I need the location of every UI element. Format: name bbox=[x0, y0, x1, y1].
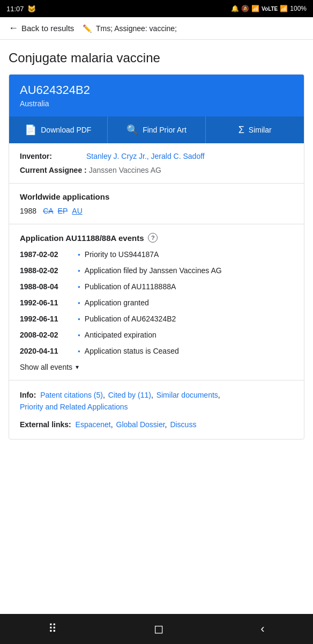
back-nav-button[interactable]: ‹ bbox=[250, 618, 275, 640]
patent-country: Australia bbox=[20, 99, 293, 108]
find-prior-art-button[interactable]: 🔍 Find Prior Art bbox=[108, 116, 206, 143]
help-icon[interactable]: ? bbox=[148, 233, 158, 243]
inventor-row: Inventor: Stanley J. Cryz Jr., Jerald C.… bbox=[20, 152, 293, 160]
app-links: CA EP AU bbox=[43, 207, 83, 215]
similar-label: Similar bbox=[249, 126, 272, 134]
assignee-value: Janssen Vaccines AG bbox=[89, 166, 161, 174]
citations-section: Info: Patent citations (5), Cited by (11… bbox=[9, 380, 304, 439]
info-label: Info: bbox=[20, 391, 36, 399]
status-bar: 11:07 🐱 🔔 🔕 📶 VoLTE 📶 100% bbox=[0, 0, 313, 17]
inventor-label: Inventor: bbox=[20, 152, 84, 160]
info-row: Info: Patent citations (5), Cited by (11… bbox=[20, 389, 293, 413]
status-time: 11:07 🐱 bbox=[6, 5, 36, 13]
back-button[interactable]: ← Back to results bbox=[9, 23, 74, 34]
app-link-ca[interactable]: CA bbox=[43, 207, 53, 215]
show-all-events-button[interactable]: Show all events ▾ bbox=[20, 363, 79, 371]
nav-meta: ✏️ Tms; Assignee: vaccine; bbox=[83, 24, 177, 33]
event-row: 1988-08-04 ● Publication of AU1118888A bbox=[20, 282, 293, 291]
external-links-row: External links: Espacenet, Global Dossie… bbox=[20, 419, 293, 430]
discuss-link[interactable]: Discuss bbox=[170, 420, 196, 429]
bottom-nav: ⠿ ◻ ‹ bbox=[0, 614, 313, 644]
patent-number: AU624324B2 bbox=[20, 83, 293, 97]
page-content: Conjugate malaria vaccine AU624324B2 Aus… bbox=[0, 40, 313, 440]
back-label: Back to results bbox=[21, 24, 74, 33]
events-title-text: Application AU11188/88A events bbox=[20, 233, 144, 243]
time-display: 11:07 bbox=[6, 5, 24, 13]
event-row: 1992-06-11 ● Application granted bbox=[20, 298, 293, 307]
year-value: 1988 bbox=[20, 207, 36, 215]
alarm-icon: 🔔 bbox=[231, 5, 239, 12]
assignee-label: Current Assignee : bbox=[20, 166, 87, 174]
home-button[interactable]: ⠿ bbox=[38, 618, 68, 640]
year-apps: 1988 CA EP AU bbox=[20, 207, 293, 215]
inventor-value[interactable]: Stanley J. Cryz Jr., Jerald C. Sadoff bbox=[86, 152, 205, 160]
app-link-au[interactable]: AU bbox=[72, 207, 82, 215]
similar-documents-link[interactable]: Similar documents bbox=[156, 391, 218, 399]
patent-title: Conjugate malaria vaccine bbox=[9, 40, 304, 74]
patent-actions: 📄 Download PDF 🔍 Find Prior Art Σ Simila… bbox=[9, 116, 304, 143]
espacenet-link[interactable]: Espacenet bbox=[76, 420, 111, 429]
status-icons: 🔔 🔕 📶 VoLTE 📶 100% bbox=[231, 5, 307, 12]
search-icon: 🔍 bbox=[126, 124, 138, 136]
inventor-assignee-section: Inventor: Stanley J. Cryz Jr., Jerald C.… bbox=[9, 143, 304, 184]
pencil-icon: ✏️ bbox=[83, 24, 92, 33]
top-nav: ← Back to results ✏️ Tms; Assignee: vacc… bbox=[0, 17, 313, 40]
worldwide-title: Worldwide applications bbox=[20, 192, 293, 201]
patent-citations-link[interactable]: Patent citations (5) bbox=[40, 391, 103, 399]
similar-button[interactable]: Σ Similar bbox=[206, 117, 304, 143]
recents-button[interactable]: ◻ bbox=[143, 618, 174, 640]
event-row: 1987-02-02 ● Priority to US944187A bbox=[20, 250, 293, 259]
sigma-icon: Σ bbox=[239, 125, 244, 136]
events-section: Application AU11188/88A events ? 1987-02… bbox=[9, 224, 304, 380]
emoji-icon: 🐱 bbox=[27, 5, 36, 13]
event-row: 2008-02-02 ● Anticipated expiration bbox=[20, 331, 293, 339]
cited-by-link[interactable]: Cited by (11) bbox=[108, 391, 151, 399]
pdf-icon: 📄 bbox=[25, 124, 36, 136]
event-row: 2020-04-11 ● Application status is Cease… bbox=[20, 347, 293, 355]
nav-meta-text: Tms; Assignee: vaccine; bbox=[96, 24, 177, 33]
back-arrow-icon: ← bbox=[9, 23, 18, 34]
priority-related-link[interactable]: Priority and Related Applications bbox=[20, 402, 128, 411]
event-row: 1988-02-02 ● Application filed by Jansse… bbox=[20, 266, 293, 275]
worldwide-section: Worldwide applications 1988 CA EP AU bbox=[9, 184, 304, 224]
events-title: Application AU11188/88A events ? bbox=[20, 233, 293, 243]
global-dossier-link[interactable]: Global Dossier bbox=[116, 420, 165, 429]
patent-header: AU624324B2 Australia bbox=[9, 75, 304, 116]
mute-icon: 🔕 bbox=[241, 5, 249, 12]
battery-display: 100% bbox=[290, 5, 307, 12]
app-link-ep[interactable]: EP bbox=[58, 207, 68, 215]
lte-icon: VoLTE bbox=[262, 6, 278, 12]
download-pdf-button[interactable]: 📄 Download PDF bbox=[9, 116, 108, 143]
event-row: 1992-06-11 ● Publication of AU624324B2 bbox=[20, 314, 293, 323]
download-pdf-label: Download PDF bbox=[41, 126, 91, 134]
wifi-icon: 📶 bbox=[251, 5, 259, 12]
chevron-down-icon: ▾ bbox=[76, 363, 79, 371]
patent-card: AU624324B2 Australia 📄 Download PDF 🔍 Fi… bbox=[9, 74, 304, 440]
show-all-label: Show all events bbox=[20, 363, 72, 371]
find-prior-art-label: Find Prior Art bbox=[143, 126, 187, 134]
signal-icon: 📶 bbox=[280, 5, 288, 12]
external-links-label: External links: bbox=[20, 420, 71, 429]
assignee-row: Current Assignee : Janssen Vaccines AG bbox=[20, 166, 293, 174]
